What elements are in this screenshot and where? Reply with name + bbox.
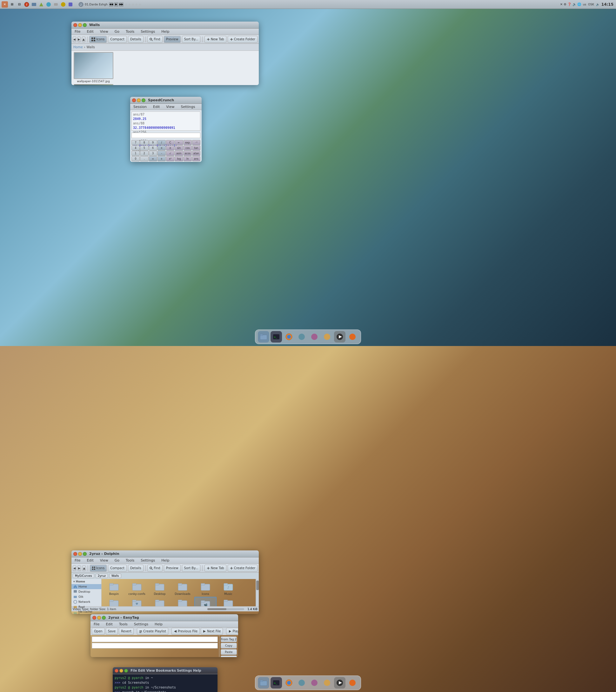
fm-icon-desktop[interactable]: Desktop <box>149 580 171 596</box>
taskbar-icon-7[interactable] <box>45 1 52 8</box>
calc-btn-6[interactable]: 6 <box>149 145 157 150</box>
close-btn-fm-top[interactable] <box>73 23 77 27</box>
taskbar-icon-3[interactable]: ⊟ <box>16 1 23 8</box>
calc-menu-session[interactable]: Session <box>132 104 148 109</box>
te-menu-file[interactable]: File <box>92 622 101 627</box>
close-btn-te[interactable] <box>92 616 96 620</box>
music-play-top[interactable]: ▶ <box>114 2 119 7</box>
calc-btn-0[interactable]: 0 <box>131 156 140 161</box>
dock-icon-firefox-bottom[interactable] <box>283 677 295 689</box>
fm-menu-file-top[interactable]: File <box>73 29 82 34</box>
fm-btn-details-bottom[interactable]: Details <box>128 565 144 572</box>
fm-icon-mygicurves[interactable]: MyGiCurves <box>103 597 125 606</box>
nav-fwd-top[interactable]: ▶ <box>78 37 81 42</box>
dock-icon-orange-top[interactable] <box>347 331 358 343</box>
sidebar-item-gtk[interactable]: Gtk <box>71 594 101 599</box>
taskbar-icon-4[interactable]: f <box>23 1 30 8</box>
max-btn-fm-bottom[interactable] <box>83 552 87 556</box>
dock-icon-4-top[interactable] <box>309 331 320 343</box>
sidebar-item-desktop[interactable]: Desktop <box>71 589 101 594</box>
calc-btn-sq[interactable]: x² <box>166 156 174 161</box>
fm-btn-sortby-bottom[interactable]: Sort By... <box>182 565 201 572</box>
dock-icon-media-bottom[interactable] <box>334 677 345 689</box>
calc-btn-dot[interactable]: . <box>140 156 148 161</box>
fm-btn-newtab-top[interactable]: New Tab <box>205 36 227 43</box>
te-menu-help[interactable]: Help <box>153 622 164 627</box>
dock-icon-orange-bottom[interactable] <box>347 677 358 689</box>
fm-icon-mystuff[interactable]: ♥ MyStuff <box>126 597 148 606</box>
taskbar-icon-1[interactable]: ✕ <box>2 1 8 8</box>
te-btn-save[interactable]: Save <box>106 628 118 635</box>
calc-btn-sqrt[interactable]: √ <box>166 151 174 156</box>
dock-icon-5-top[interactable] <box>321 331 333 343</box>
fm-menu-view-top[interactable]: View <box>99 29 109 34</box>
max-btn-calc[interactable] <box>142 99 145 102</box>
fm-menu-edit-bottom[interactable]: Edit <box>85 558 94 563</box>
calc-menu-settings[interactable]: Settings <box>179 104 196 109</box>
fm-icon-screenshots[interactable]: Screenshots <box>171 597 194 606</box>
dock-icon-3-top[interactable] <box>296 331 307 343</box>
fm-menu-file-bottom[interactable]: File <box>73 558 82 563</box>
close-btn-calc[interactable] <box>132 99 136 102</box>
fm-icon-downloads[interactable]: Downloads <box>171 580 194 596</box>
min-btn-calc[interactable] <box>137 99 141 102</box>
fm-btn-compact-top[interactable]: Compact <box>108 36 127 43</box>
calc-btn-sin[interactable]: sin <box>175 145 183 150</box>
fm-btn-find-top[interactable]: Find <box>147 36 163 43</box>
fm-icon-pictures[interactable]: Pictures <box>149 597 171 606</box>
calc-btn-inv[interactable]: ⁻¹ <box>192 140 200 145</box>
dock-icon-4-bottom[interactable] <box>309 677 320 689</box>
nav-fwd-bottom[interactable]: ▶ <box>78 565 81 571</box>
dock-icon-5-bottom[interactable] <box>321 677 333 689</box>
min-btn-fm-bottom[interactable] <box>78 552 82 556</box>
close-btn-terminal[interactable] <box>114 669 119 673</box>
taskbar-icon-2[interactable]: ⊞ <box>9 1 15 8</box>
breadcrumb-home[interactable]: Home <box>73 45 83 49</box>
dock-icon-firefox-top[interactable] <box>283 331 295 343</box>
te-action-remove[interactable]: Remove <box>221 655 237 657</box>
thumb-1[interactable]: wallpaper-1011547.jpg <box>73 52 114 83</box>
te-btn-prevfile[interactable]: Previous File <box>171 628 200 635</box>
sidebar-item-network[interactable]: Network <box>71 599 101 604</box>
fm-btn-details-top[interactable]: Details <box>128 36 144 43</box>
calc-btn-eq[interactable]: = <box>149 156 157 161</box>
calc-btn-tan[interactable]: tan <box>192 145 200 150</box>
te-btn-open[interactable]: Open <box>92 628 105 635</box>
calc-btn-c[interactable]: C <box>166 140 174 145</box>
dock-icon-files-bottom[interactable] <box>258 677 269 689</box>
max-btn-fm-top[interactable] <box>83 23 87 27</box>
te-menu-edit[interactable]: Edit <box>104 622 114 627</box>
min-btn-terminal[interactable] <box>120 669 123 673</box>
calc-btn-log[interactable]: log <box>175 156 183 161</box>
te-btn-nextfile[interactable]: Next File <box>201 628 223 635</box>
calc-btn-ln[interactable]: ln <box>184 156 192 161</box>
fm-btn-sortby-top[interactable]: Sort By... <box>182 36 201 43</box>
fm-menu-go-top[interactable]: Go <box>113 29 121 34</box>
calc-btn-asin[interactable]: asin <box>175 151 183 156</box>
calc-btn-back[interactable]: ← <box>175 140 183 145</box>
fm-btn-createfolder-top[interactable]: Create Folder <box>228 36 257 43</box>
sidebar-item-home[interactable]: Home <box>71 584 101 589</box>
te-btn-play[interactable]: Play <box>226 628 238 635</box>
fm-icon-walls[interactable]: Walls <box>217 597 239 606</box>
calc-input[interactable] <box>131 133 200 138</box>
calc-btn-7[interactable]: 7 <box>131 140 140 145</box>
dock-icon-media-top[interactable] <box>334 331 345 343</box>
pathbar-walls[interactable]: Walls <box>109 574 121 578</box>
taskbar-icon-5[interactable] <box>31 1 37 8</box>
fm-btn-find-bottom[interactable]: Find <box>147 565 163 572</box>
fm-menu-settings-bottom[interactable]: Settings <box>140 558 156 563</box>
taskbar-icon-8[interactable] <box>53 1 59 8</box>
calc-btn-ans[interactable]: ans <box>192 156 200 161</box>
fm-btn-compact-bottom[interactable]: Compact <box>108 565 127 572</box>
nav-up-top[interactable]: ▲ <box>82 37 85 42</box>
tageditor-input-2[interactable] <box>92 643 218 649</box>
calc-btn-3[interactable]: 3 <box>149 151 157 156</box>
calc-btn-5[interactable]: 5 <box>140 145 148 150</box>
fm-menu-help-top[interactable]: Help <box>160 29 171 34</box>
calc-menu-view[interactable]: View <box>165 104 176 109</box>
calc-btn-4[interactable]: 4 <box>131 145 140 150</box>
fm-icon-bespin[interactable]: Bespin <box>103 580 125 596</box>
fm-icon-icons[interactable]: Icons <box>194 580 216 596</box>
fm-menu-tools-top[interactable]: Tools <box>125 29 135 34</box>
